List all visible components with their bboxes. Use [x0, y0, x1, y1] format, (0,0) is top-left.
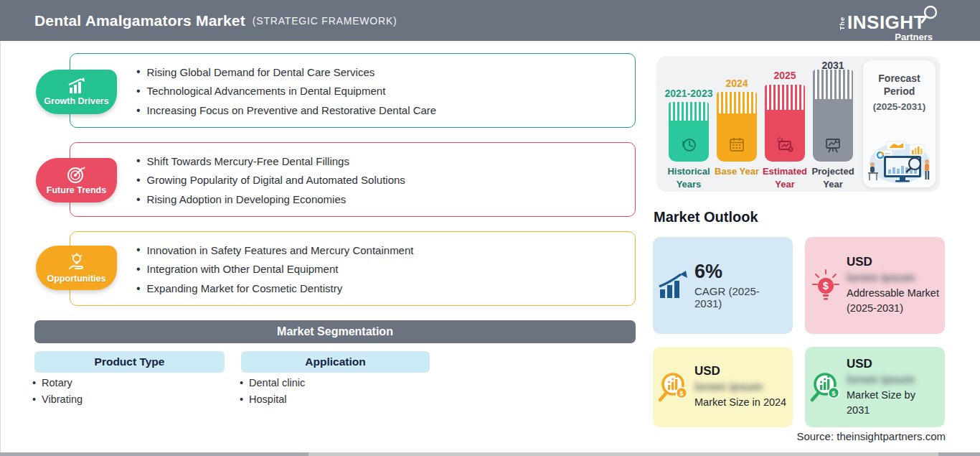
opportunity-item: Expanding Market for Cosmetic Dentistry [136, 282, 621, 295]
timeline-year-label: 2021-2023 [656, 88, 721, 99]
currency-label: USD [847, 255, 872, 269]
lightbulb-dollar-icon: $ [809, 267, 842, 304]
masked-market-value: lorem ipsum [847, 373, 939, 386]
addressable-market-card: $ USD lorem ipsum Addressable Market (20… [805, 237, 945, 334]
cagr-card: 6% CAGR (2025-2031) [653, 237, 793, 334]
forecast-period-card: Forecast Period (2025-2031) [863, 60, 936, 187]
card-label: Addressable Market (2025-2031) [847, 286, 939, 315]
market-size-2024-card: $ USD lorem ipsum Market Size in 2024 [653, 347, 793, 427]
logo-the-text: The [839, 17, 846, 30]
timeline-caption: Projected Year [801, 165, 865, 190]
svg-text:$: $ [679, 389, 684, 397]
forecast-period-range: (2025-2031) [863, 101, 936, 112]
future-trends-badge: Future Trends [36, 158, 117, 203]
logo-insight-text: INSIGHT [847, 13, 925, 32]
svg-text:$: $ [789, 147, 791, 152]
growth-driver-item: Rising Global Demand for Dental Care Ser… [136, 65, 621, 78]
forecast-timeline-panel: 2021-2023 2024 2025 2031 [656, 56, 940, 192]
magnifier-chart-icon: $ [656, 369, 692, 405]
segment-column-product-type: Product Type [34, 351, 225, 373]
future-trends-card: Shift Towards Mercury-Free Dental Fillin… [70, 142, 636, 217]
page-subtitle: (STRATEGIC FRAMEWORK) [253, 15, 397, 27]
bar-stripe-pattern [717, 92, 757, 113]
forecast-period-label: Period [863, 85, 936, 98]
svg-text:$: $ [831, 389, 836, 397]
product-type-item: Vibrating [32, 394, 83, 405]
masked-market-value: lorem ipsum [847, 271, 939, 284]
timeline-year-label: 2025 [753, 70, 817, 81]
left-edge-divider [0, 41, 1, 452]
application-item: Dental clinic [240, 377, 305, 388]
masked-market-value: lorem ipsum [694, 381, 787, 394]
future-trend-item: Growing Popularity of Digital and Automa… [136, 174, 621, 187]
future-trend-item: Shift Towards Mercury-Free Dental Fillin… [136, 154, 621, 167]
card-label: Market Size by 2031 [847, 388, 939, 417]
bar-chart-rising-icon [66, 78, 88, 95]
forecast-period-label: Forecast [863, 72, 936, 85]
magnifier-icon [921, 6, 938, 24]
projected-year-bar [813, 70, 853, 162]
clock-history-icon [679, 136, 698, 154]
market-outlook-title: Market Outlook [654, 209, 758, 225]
opportunity-item: Integration with Other Dental Equipment [136, 263, 621, 276]
presentation-chart-icon [823, 136, 843, 154]
base-year-bar [717, 92, 757, 162]
opportunity-item: Innovation in Safety Features and Mercur… [136, 243, 621, 256]
growth-driver-item: Increasing Focus on Preventive and Resto… [136, 104, 621, 117]
svg-text:$: $ [823, 280, 829, 292]
cagr-label: CAGR (2025-2031) [694, 285, 787, 310]
header-bar: Dental Amalgamators Market (STRATEGIC FR… [0, 0, 980, 41]
estimated-year-bar: $ [765, 85, 805, 162]
badge-label: Opportunities [47, 274, 106, 284]
chart-gear-icon: $ [775, 136, 795, 154]
insight-partners-logo: The INSIGHT Partners [839, 6, 938, 42]
historical-years-bar [669, 102, 709, 162]
opportunities-badge: Opportunities [36, 246, 117, 290]
growth-drivers-card: Rising Global Demand for Dental Care Ser… [70, 53, 636, 128]
segment-column-application: Application [241, 351, 430, 373]
cagr-value: 6% [694, 261, 787, 283]
target-dart-icon [67, 165, 87, 184]
badge-label: Future Trends [47, 185, 106, 195]
application-item: Hospital [240, 394, 305, 405]
calendar-icon [727, 136, 746, 154]
product-type-item: Rotary [32, 377, 83, 388]
cagr-growth-icon [657, 271, 690, 301]
magnifier-chart-icon: $ [808, 369, 844, 405]
growth-driver-item: Technological Advancements in Dental Equ… [136, 85, 621, 98]
currency-label: USD [847, 357, 872, 371]
future-trend-item: Rising Adoption in Developing Economies [136, 193, 621, 206]
hand-lightbulb-icon [67, 253, 87, 272]
card-label: Market Size in 2024 [694, 395, 787, 410]
bar-stripe-pattern [813, 70, 853, 99]
bar-stripe-pattern [669, 102, 709, 121]
market-size-2031-card: $ USD lorem ipsum Market Size by 2031 [805, 347, 945, 427]
page-title: Dental Amalgamators Market [34, 12, 245, 29]
growth-drivers-badge: Growth Drivers [36, 70, 117, 114]
bar-stripe-pattern [765, 85, 805, 110]
opportunities-card: Innovation in Safety Features and Mercur… [70, 231, 636, 306]
badge-label: Growth Drivers [44, 96, 108, 106]
logo-partners-text: Partners [839, 32, 933, 42]
bottom-divider [0, 452, 980, 456]
source-attribution: Source: theinsightpartners.com [796, 430, 946, 442]
currency-label: USD [694, 364, 720, 378]
market-segmentation-header: Market Segmentation [34, 320, 636, 343]
market-segmentation-title: Market Segmentation [277, 325, 393, 338]
analytics-illustration [865, 137, 933, 185]
